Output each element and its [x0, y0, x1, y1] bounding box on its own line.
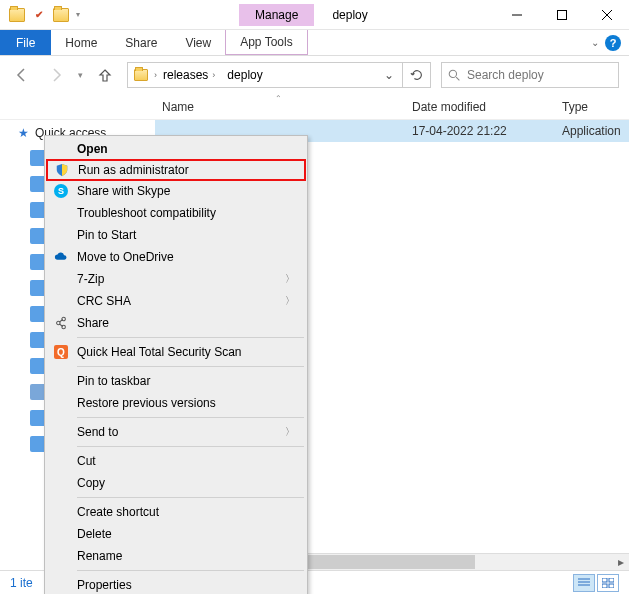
window-controls: [494, 0, 629, 30]
file-date: 17-04-2022 21:22: [412, 124, 562, 138]
breadcrumb-segment[interactable]: deploy: [221, 68, 268, 82]
search-input[interactable]: Search deploy: [441, 62, 619, 88]
expand-ribbon-icon[interactable]: ⌄: [591, 37, 599, 48]
menu-pin-taskbar[interactable]: Pin to taskbar: [47, 370, 305, 392]
menu-separator: [77, 497, 304, 498]
menu-run-as-administrator[interactable]: Run as administrator: [46, 159, 306, 181]
menu-separator: [77, 337, 304, 338]
qat-new-folder-icon[interactable]: [50, 4, 72, 26]
qat-properties-icon[interactable]: ✔: [28, 4, 50, 26]
window-title: deploy: [332, 8, 367, 22]
help-icon[interactable]: ?: [605, 35, 621, 51]
star-icon: ★: [18, 126, 29, 140]
file-type: Application: [562, 124, 621, 138]
column-date[interactable]: Date modified: [412, 100, 562, 114]
menu-share-skype[interactable]: S Share with Skype: [47, 180, 305, 202]
menu-open[interactable]: Open: [47, 138, 305, 160]
menu-pin-start[interactable]: Pin to Start: [47, 224, 305, 246]
submenu-arrow-icon: 〉: [285, 425, 305, 439]
menu-send-to[interactable]: Send to〉: [47, 421, 305, 443]
svg-point-4: [449, 70, 456, 77]
svg-rect-15: [609, 584, 614, 588]
menu-create-shortcut[interactable]: Create shortcut: [47, 501, 305, 523]
context-menu: Open Run as administrator S Share with S…: [44, 135, 308, 594]
menu-move-onedrive[interactable]: Move to OneDrive: [47, 246, 305, 268]
svg-point-8: [57, 321, 61, 325]
menu-troubleshoot[interactable]: Troubleshoot compatibility: [47, 202, 305, 224]
address-bar-row: ▾ › releases› deploy ⌄ Search deploy: [0, 56, 629, 94]
tab-app-tools[interactable]: App Tools: [225, 30, 307, 55]
quickheal-icon: Q: [53, 344, 69, 360]
close-button[interactable]: [584, 0, 629, 30]
breadcrumb[interactable]: › releases› deploy ⌄: [127, 62, 403, 88]
tab-view[interactable]: View: [171, 30, 225, 55]
tab-home[interactable]: Home: [51, 30, 111, 55]
menu-cut[interactable]: Cut: [47, 450, 305, 472]
minimize-button[interactable]: [494, 0, 539, 30]
thumbnails-view-button[interactable]: [597, 574, 619, 592]
scroll-right-icon[interactable]: ▸: [612, 554, 629, 570]
breadcrumb-dropdown-icon[interactable]: ⌄: [376, 68, 402, 82]
menu-copy[interactable]: Copy: [47, 472, 305, 494]
sort-indicator-icon: ⌃: [275, 94, 282, 103]
menu-crc-sha[interactable]: CRC SHA〉: [47, 290, 305, 312]
menu-restore-versions[interactable]: Restore previous versions: [47, 392, 305, 414]
submenu-arrow-icon: 〉: [285, 294, 305, 308]
up-button[interactable]: [93, 63, 117, 87]
menu-7zip[interactable]: 7-Zip〉: [47, 268, 305, 290]
column-headers: Name Date modified Type: [0, 94, 629, 120]
svg-rect-14: [602, 584, 607, 588]
maximize-button[interactable]: [539, 0, 584, 30]
details-view-button[interactable]: [573, 574, 595, 592]
location-icon: [128, 69, 154, 81]
tab-share[interactable]: Share: [111, 30, 171, 55]
breadcrumb-segment[interactable]: releases›: [157, 68, 221, 82]
search-placeholder: Search deploy: [467, 68, 544, 82]
menu-properties[interactable]: Properties: [47, 574, 305, 594]
menu-quickheal[interactable]: Q Quick Heal Total Security Scan: [47, 341, 305, 363]
share-icon: [53, 315, 69, 331]
svg-line-5: [456, 77, 459, 80]
menu-separator: [77, 366, 304, 367]
svg-rect-12: [602, 578, 607, 582]
menu-rename[interactable]: Rename: [47, 545, 305, 567]
file-tab[interactable]: File: [0, 30, 51, 55]
back-button[interactable]: [10, 63, 34, 87]
menu-separator: [77, 417, 304, 418]
forward-button[interactable]: [44, 63, 68, 87]
menu-delete[interactable]: Delete: [47, 523, 305, 545]
submenu-arrow-icon: 〉: [285, 272, 305, 286]
column-name[interactable]: Name: [162, 100, 412, 114]
search-icon: [448, 69, 461, 82]
svg-rect-1: [557, 10, 566, 19]
title-bar: ✔ ▾ Manage deploy: [0, 0, 629, 30]
skype-icon: S: [53, 183, 69, 199]
menu-separator: [77, 570, 304, 571]
quick-access-toolbar: ✔ ▾: [0, 4, 84, 26]
svg-rect-13: [609, 578, 614, 582]
manage-context-label[interactable]: Manage: [239, 4, 314, 26]
status-item-count: 1 ite: [10, 576, 33, 590]
shield-icon: [54, 162, 70, 178]
recent-locations-icon[interactable]: ▾: [78, 70, 83, 80]
ribbon-tabs: File Home Share View App Tools ⌄ ?: [0, 30, 629, 56]
refresh-button[interactable]: [403, 62, 431, 88]
onedrive-icon: [53, 249, 69, 265]
qat-folder-icon[interactable]: [6, 4, 28, 26]
menu-share[interactable]: Share: [47, 312, 305, 334]
column-type[interactable]: Type: [562, 100, 629, 114]
menu-separator: [77, 446, 304, 447]
qat-dropdown-icon[interactable]: ▾: [72, 10, 84, 19]
